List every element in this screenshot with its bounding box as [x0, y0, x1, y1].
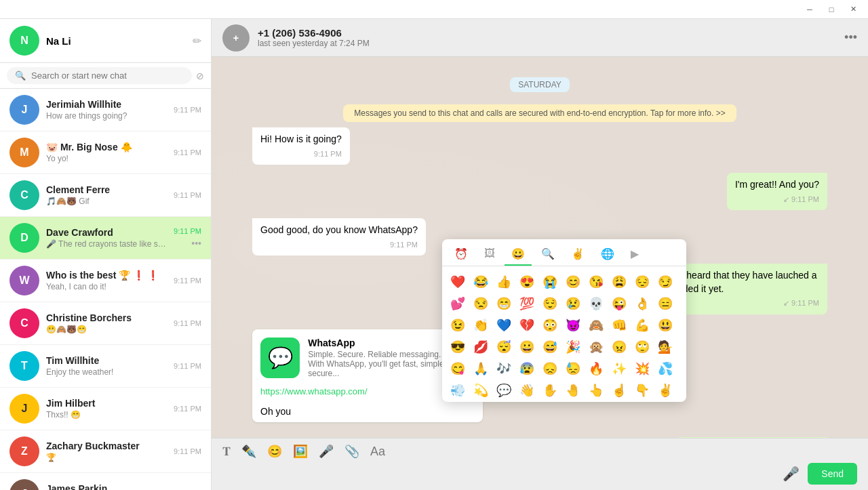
microphone-button[interactable]: 🎤 [783, 466, 800, 482]
emoji-cell[interactable]: ❤️ [448, 272, 468, 292]
emoji-tab-play[interactable]: ▶ [624, 243, 646, 266]
search-input[interactable] [31, 70, 184, 81]
emoji-cell[interactable]: 🙈 [586, 315, 606, 335]
emoji-cell[interactable]: 😊 [563, 272, 583, 292]
emoji-cell[interactable]: 💁 [655, 337, 675, 357]
emoji-cell[interactable]: 👊 [609, 315, 629, 335]
chat-name: Jerimiah Willhite [46, 99, 167, 110]
emoji-cell[interactable]: 😳 [540, 315, 560, 335]
emoji-cell[interactable]: 😌 [540, 293, 560, 314]
emoji-cell[interactable]: 💦 [655, 359, 675, 379]
emoji-tab-stickers[interactable]: 🖼 [477, 243, 502, 266]
attach-button[interactable]: 📎 [344, 444, 359, 459]
emoji-cell[interactable]: 💋 [471, 337, 491, 357]
draw-button[interactable]: ✒️ [241, 444, 256, 459]
filter-icon[interactable]: ⊘ [196, 70, 204, 81]
chat-item[interactable]: J Jerimiah Willhite How are things going… [0, 89, 211, 131]
font-button[interactable]: Aa [370, 445, 385, 459]
contact-status: last seen yesterday at 7:24 PM [258, 39, 836, 48]
emoji-cell[interactable]: ✨ [609, 359, 629, 379]
emoji-cell[interactable]: 😃 [655, 315, 675, 335]
emoji-cell[interactable]: 😂 [471, 272, 491, 292]
emoji-cell[interactable]: 🎶 [494, 359, 514, 379]
emoji-cell[interactable]: 💪 [632, 315, 652, 335]
emoji-cell[interactable]: 🤚 [563, 380, 583, 401]
emoji-cell[interactable]: 😅 [540, 337, 560, 357]
emoji-tab-gestures[interactable]: ✌️ [564, 243, 591, 266]
message-input[interactable] [222, 466, 774, 482]
more-options-icon[interactable]: ••• [844, 30, 857, 45]
preview-note: Oh you [252, 402, 483, 422]
emoji-cell[interactable]: 😴 [494, 337, 514, 357]
chat-item[interactable]: D Dave Crawford 🎤 The red crayons taste … [0, 217, 211, 260]
emoji-cell[interactable]: 😔 [632, 272, 652, 292]
emoji-cell[interactable]: 🔥 [586, 359, 606, 379]
emoji-cell[interactable]: 😁 [494, 293, 514, 314]
emoji-cell[interactable]: 👋 [517, 380, 537, 401]
chat-item[interactable]: M 🐷 Mr. Big Nose 🐥 Yo yo! 9:11 PM [0, 131, 211, 174]
emoji-cell[interactable]: 😘 [586, 272, 606, 292]
emoji-cell[interactable]: 🙏 [471, 359, 491, 379]
chat-item[interactable]: J James Parkin 🎤 Sent you a voice messag… [0, 473, 211, 490]
emoji-cell[interactable]: 💕 [448, 293, 468, 314]
emoji-cell[interactable]: 💔 [517, 315, 537, 335]
emoji-cell[interactable]: 💨 [448, 380, 468, 401]
emoji-cell[interactable]: ☝️ [609, 380, 629, 401]
maximize-button[interactable]: □ [822, 3, 841, 16]
emoji-cell[interactable]: 🙊 [586, 337, 606, 357]
emoji-cell[interactable]: 😉 [448, 315, 468, 335]
emoji-cell[interactable]: 💯 [517, 293, 537, 314]
minimize-button[interactable]: ─ [800, 3, 819, 16]
chat-item[interactable]: T Tim Willhite Enjoy the weather! 9:11 P… [0, 345, 211, 388]
chat-info: Dave Crawford 🎤 The red crayons taste li… [46, 227, 167, 249]
chat-item[interactable]: C Clement Ferre 🎵🙈🐻 Gif 9:11 PM [0, 174, 211, 217]
emoji-cell[interactable]: 😢 [563, 293, 583, 314]
edit-icon[interactable]: ✏ [193, 35, 201, 47]
emoji-cell[interactable]: 👍 [494, 272, 514, 292]
emoji-tab-objects[interactable]: 🌐 [594, 243, 621, 266]
chat-item[interactable]: W Who is the best 🏆 ❗ ❗ Yeah, I can do i… [0, 260, 211, 302]
emoji-cell[interactable]: 😑 [655, 293, 675, 314]
emoji-cell[interactable]: 😎 [448, 337, 468, 357]
chat-item[interactable]: C Christine Borchers 😬🙈🐻😁 9:11 PM [0, 302, 211, 345]
close-button[interactable]: ✕ [844, 3, 863, 16]
emoji-cell[interactable]: 👌 [632, 293, 652, 314]
emoji-cell[interactable]: 💫 [471, 380, 491, 401]
emoji-tab-recent[interactable]: ⏰ [448, 243, 475, 266]
emoji-cell[interactable]: 💙 [494, 315, 514, 335]
emoji-cell[interactable]: 😠 [609, 337, 629, 357]
emoji-cell[interactable]: 😞 [540, 359, 560, 379]
voice-record-button[interactable]: 🎤 [319, 444, 334, 459]
emoji-cell[interactable]: 💀 [586, 293, 606, 314]
chat-item[interactable]: J Jim Hilbert Thxs!! 😁 9:11 PM [0, 388, 211, 430]
chat-options-icon[interactable]: ••• [191, 238, 201, 249]
emoji-cell[interactable]: 😒 [471, 293, 491, 314]
emoji-cell[interactable]: 😰 [517, 359, 537, 379]
image-button[interactable]: 🖼️ [293, 444, 308, 459]
send-button[interactable]: Send [808, 463, 857, 485]
emoji-cell[interactable]: 😍 [517, 272, 537, 292]
emoji-cell[interactable]: 😈 [563, 315, 583, 335]
emoji-cell[interactable]: ✌️ [655, 380, 675, 401]
emoji-cell[interactable]: 😋 [448, 359, 468, 379]
emoji-cell[interactable]: 👇 [632, 380, 652, 401]
emoji-cell[interactable]: 😜 [609, 293, 629, 314]
emoji-cell[interactable]: 😀 [517, 337, 537, 357]
emoji-tab-search[interactable]: 🔍 [534, 243, 561, 266]
text-format-button[interactable]: 𝐓 [222, 445, 231, 459]
emoji-cell[interactable]: 👆 [586, 380, 606, 401]
emoji-cell[interactable]: 💥 [632, 359, 652, 379]
emoji-cell[interactable]: 💬 [494, 380, 514, 401]
emoji-cell[interactable]: 😏 [655, 272, 675, 292]
emoji-button[interactable]: 😊 [267, 444, 282, 459]
emoji-cell[interactable]: 😓 [563, 359, 583, 379]
emoji-tab-emoji[interactable]: 😀 [505, 243, 532, 266]
emoji-cell[interactable]: 👏 [471, 315, 491, 335]
emoji-cell[interactable]: ✋ [540, 380, 560, 401]
emoji-cell[interactable]: 🙄 [632, 337, 652, 357]
chat-item[interactable]: Z Zachary Buckmaster 🏆 9:11 PM [0, 430, 211, 473]
emoji-cell[interactable]: 😩 [609, 272, 629, 292]
emoji-cell[interactable]: 🎉 [563, 337, 583, 357]
emoji-cell[interactable]: 😭 [540, 272, 560, 292]
contact-info[interactable]: +1 (206) 536-4906 last seen yesterday at… [258, 27, 836, 48]
